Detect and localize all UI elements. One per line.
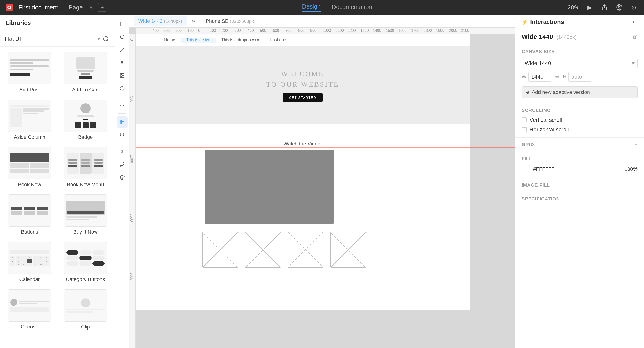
canvas-size-label: CANVAS SIZE bbox=[522, 49, 638, 54]
list-item[interactable]: Buy It Now bbox=[58, 191, 114, 238]
component-tool[interactable] bbox=[117, 83, 128, 94]
svg-point-17 bbox=[122, 163, 124, 164]
vertical-scroll-option: Vertical scroll bbox=[522, 117, 638, 123]
page-name[interactable]: Page 1 bbox=[69, 4, 88, 11]
list-item[interactable]: Add Post bbox=[2, 49, 58, 96]
topbar: First document — Page 1 ▾ + Design Docum… bbox=[0, 0, 644, 15]
documentation-tab[interactable]: Documentation bbox=[332, 3, 372, 11]
canvas-card-1 bbox=[202, 232, 238, 268]
play-button[interactable]: ▶ bbox=[585, 3, 594, 12]
horizontal-scroll-label: Horizontal scroll bbox=[530, 126, 569, 133]
frame-size: (1440px) bbox=[556, 34, 576, 40]
link-dimensions-icon[interactable]: ⇔ bbox=[555, 74, 559, 80]
add-interaction-button[interactable]: + bbox=[629, 18, 638, 26]
main-layout: Libraries Flat UI ▾ Add Post bbox=[0, 15, 644, 348]
list-item[interactable]: SMTWTFS 1234567 891011121314 Calendar bbox=[2, 238, 58, 285]
ruler-mark: 1000 bbox=[323, 28, 331, 33]
list-item[interactable]: Choose bbox=[2, 286, 58, 333]
ruler-mark: 1200 bbox=[348, 28, 356, 33]
ruler-mark: 500 bbox=[260, 28, 266, 33]
nav-item-active: This is active bbox=[181, 37, 216, 43]
search-tool[interactable] bbox=[117, 129, 128, 140]
tree-tool[interactable] bbox=[117, 159, 128, 170]
ruler-mark: 1300 bbox=[360, 28, 369, 33]
image-tool[interactable] bbox=[117, 70, 128, 81]
item-thumbnail bbox=[64, 147, 107, 179]
list-item[interactable]: Book Now Menu bbox=[58, 143, 114, 190]
ruler-mark: 200 bbox=[222, 28, 228, 33]
topbar-right: 28% ▶ ⊙ bbox=[568, 3, 638, 12]
select-tool[interactable] bbox=[117, 18, 128, 29]
ruler-mark: 1500 bbox=[386, 28, 394, 33]
canvas-video-placeholder bbox=[205, 150, 334, 224]
variable-tool[interactable]: $ bbox=[117, 146, 128, 157]
canvas-card-2 bbox=[245, 232, 281, 268]
fill-color-swatch[interactable] bbox=[522, 165, 530, 173]
canvas-gap-section bbox=[136, 124, 470, 138]
list-item[interactable]: Add To Cart bbox=[58, 49, 114, 96]
item-label: Buy It Now bbox=[73, 229, 98, 235]
layers-tool[interactable] bbox=[117, 172, 128, 183]
item-label: Add Post bbox=[19, 87, 40, 93]
lightning-icon: ⚡ bbox=[522, 19, 528, 25]
design-canvas: Home This is active This is a dropdown ▾… bbox=[136, 34, 470, 310]
horizontal-scroll-checkbox[interactable] bbox=[522, 127, 527, 132]
item-label: Aside Column bbox=[14, 134, 46, 140]
right-panel-title-area: ⚡ Interactions bbox=[522, 18, 564, 25]
app-logo bbox=[6, 4, 13, 11]
scrolling-section: SCROLLING Vertical scroll Horizontal scr… bbox=[515, 103, 644, 138]
add-page-button[interactable]: + bbox=[98, 3, 106, 12]
list-item[interactable]: Buttons bbox=[2, 191, 58, 238]
add-specification-button[interactable]: + bbox=[634, 196, 638, 202]
nav-item-dropdown: This is a dropdown ▾ bbox=[216, 37, 264, 43]
ruler-mark: 2100 bbox=[461, 28, 469, 33]
svg-line-5 bbox=[107, 40, 108, 41]
settings-button[interactable] bbox=[614, 3, 624, 12]
add-image-fill-button[interactable]: + bbox=[634, 182, 638, 188]
frame-delete-button[interactable]: 🗑 bbox=[632, 34, 638, 40]
design-tab[interactable]: Design bbox=[302, 3, 320, 12]
share-button[interactable] bbox=[600, 3, 609, 12]
canvas-nav-bar: Home This is active This is a dropdown ▾… bbox=[136, 34, 470, 46]
item-thumbnail bbox=[64, 242, 107, 274]
add-adaptive-button[interactable]: ⊕ Add new adaptive version bbox=[522, 86, 638, 98]
ruler-mark: 1100 bbox=[336, 28, 344, 33]
fill-opacity-value: 100% bbox=[619, 166, 638, 172]
canvas-area: Wide 1440 (1440px) ⇔ iPhone SE (320x568p… bbox=[129, 15, 515, 348]
text-tool[interactable]: A bbox=[117, 57, 128, 68]
list-item[interactable]: Aside Column bbox=[2, 96, 58, 143]
tool-sidebar: A ··· $ bbox=[115, 15, 129, 348]
library-search-button[interactable] bbox=[102, 34, 110, 43]
canvas-size-dropdown[interactable]: Wide 1440 iPhone SE Custom bbox=[522, 58, 638, 68]
ruler-horizontal: -400 -300 -200 -100 0 100 200 300 400 50… bbox=[136, 28, 515, 34]
height-input[interactable] bbox=[568, 72, 592, 82]
library-dropdown[interactable]: Flat UI ▾ bbox=[4, 36, 100, 42]
fill-section: FILL #FFFFFF 100% bbox=[515, 152, 644, 178]
item-thumbnail bbox=[8, 100, 51, 132]
circle-tool[interactable] bbox=[117, 31, 128, 42]
canvas-scroll-area[interactable]: Home This is active This is a dropdown ▾… bbox=[136, 34, 515, 348]
svg-point-14 bbox=[120, 133, 124, 137]
vertical-scroll-checkbox[interactable] bbox=[522, 117, 527, 122]
canvas-size-select-row: Wide 1440 iPhone SE Custom bbox=[522, 58, 638, 68]
history-button[interactable]: ⊙ bbox=[629, 3, 638, 12]
pen-tool[interactable] bbox=[117, 44, 128, 55]
canvas-tab-iphone[interactable]: iPhone SE (320x568px) bbox=[200, 16, 260, 26]
list-item[interactable]: Clip bbox=[58, 286, 114, 333]
list-item[interactable]: Badge bbox=[58, 96, 114, 143]
document-name[interactable]: First document bbox=[18, 4, 58, 11]
add-grid-button[interactable]: + bbox=[634, 141, 638, 148]
list-item[interactable]: Category Buttons bbox=[58, 238, 114, 285]
item-thumbnail bbox=[8, 194, 51, 227]
canvas-viewport[interactable]: -400 -300 -200 -100 0 100 200 300 400 50… bbox=[129, 28, 515, 348]
library-name: Flat UI bbox=[4, 36, 96, 42]
width-label: W bbox=[522, 74, 526, 80]
list-item[interactable]: Book Now bbox=[2, 143, 58, 190]
width-input[interactable] bbox=[528, 72, 551, 82]
canvas-tab-wide[interactable]: Wide 1440 (1440px) bbox=[134, 16, 187, 26]
more-tools[interactable]: ··· bbox=[117, 100, 128, 111]
canvas-tool[interactable] bbox=[117, 117, 128, 128]
specification-label: SPECIFICATION bbox=[522, 196, 560, 202]
zoom-level[interactable]: 28% bbox=[568, 4, 580, 11]
canvas-size-section: CANVAS SIZE Wide 1440 iPhone SE Custom W… bbox=[515, 44, 644, 103]
